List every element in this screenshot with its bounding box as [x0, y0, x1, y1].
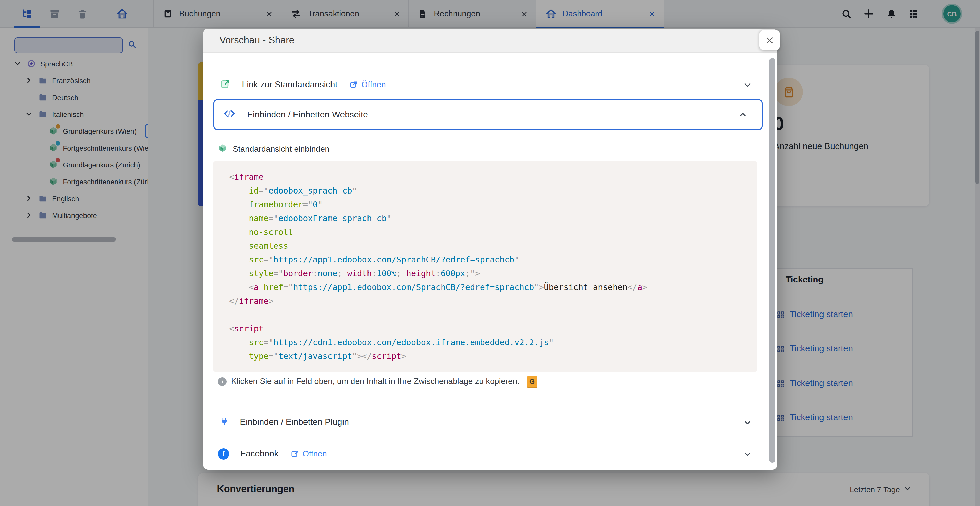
cube-icon [218, 143, 228, 155]
open-link-label: Öffnen [302, 449, 327, 458]
copy-hint-row: i Klicken Sie auf in Feld oben, um den I… [218, 375, 538, 388]
code-line: style="border:none; width:100%; height:6… [229, 267, 747, 280]
code-line: </iframe> [229, 294, 747, 308]
code-icon [223, 108, 236, 121]
share-preview-modal: Vorschau - Share Link zur Standardansich… [203, 29, 777, 470]
code-line: src="https://app1.edoobox.com/SprachCB/?… [229, 253, 747, 267]
divider [218, 406, 757, 406]
embed-subheading: Standardansicht einbinden [233, 145, 329, 154]
info-icon: i [218, 377, 227, 386]
plug-icon [220, 416, 229, 429]
row-label: Link zur Standardansicht [242, 80, 337, 90]
grammar-badge[interactable]: G [527, 376, 538, 387]
open-link-label: Öffnen [361, 80, 386, 89]
modal-header: Vorschau - Share [203, 29, 777, 53]
code-line: <iframe [229, 170, 747, 184]
code-line: no-scroll [229, 225, 747, 239]
code-line: name="edooboxFrame_sprach cb" [229, 212, 747, 225]
open-link[interactable]: Öffnen [291, 449, 327, 458]
accordion-row-facebook[interactable]: f Facebook Öffnen [218, 440, 752, 468]
facebook-icon: f [218, 448, 229, 460]
modal-scrollbar-thumb[interactable] [769, 58, 775, 463]
code-line: frameborder="0" [229, 197, 747, 212]
code-line: <script [229, 322, 747, 336]
code-line [229, 308, 747, 322]
accordion-row-link[interactable]: Link zur Standardansicht Öffnen [220, 70, 752, 99]
code-line: <a href="https://app1.edoobox.com/Sprach… [229, 280, 747, 294]
app-viewport: BuchungenTransaktionenRechnungenDashboar… [0, 0, 980, 506]
chevron-down-icon[interactable] [743, 450, 752, 458]
code-line: type="text/javascript"></script> [229, 349, 747, 363]
modal-title: Vorschau - Share [220, 35, 294, 46]
embed-code[interactable]: <iframe id="edoobox_sprach cb" framebord… [213, 161, 757, 372]
divider [218, 438, 757, 438]
open-link[interactable]: Öffnen [350, 80, 386, 89]
chevron-down-icon[interactable] [743, 418, 752, 426]
code-line: seamless [229, 239, 747, 253]
accordion-row-embed-website[interactable]: Einbinden / Einbetten Webseite [213, 99, 762, 130]
row-label: Einbinden / Einbetten Webseite [247, 110, 368, 120]
row-label: Facebook [240, 449, 278, 459]
accordion-row-embed-plugin[interactable]: Einbinden / Einbetten Plugin [220, 408, 752, 436]
chevron-down-icon[interactable] [743, 80, 752, 89]
embed-subheading-row: Standardansicht einbinden [218, 142, 329, 156]
code-line: id="edoobox_sprach cb" [229, 184, 747, 197]
copy-hint-text: Klicken Sie auf in Feld oben, um den Inh… [231, 377, 520, 386]
modal-close-button[interactable] [759, 30, 780, 50]
code-line: src="https://cdn1.edoobox.com/edoobox.if… [229, 336, 747, 349]
external-link-green-icon [220, 78, 231, 91]
chevron-up-icon[interactable] [738, 110, 747, 119]
row-label: Einbinden / Einbetten Plugin [240, 417, 349, 427]
